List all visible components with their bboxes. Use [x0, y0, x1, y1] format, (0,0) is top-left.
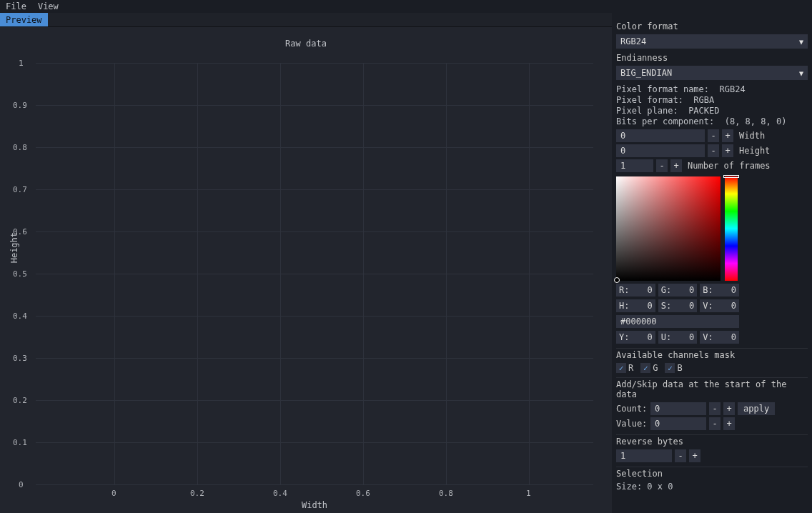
info-pixel-format: Pixel format: RGBA: [616, 95, 808, 106]
xtick-1: 0.2: [190, 489, 204, 498]
width-minus-button[interactable]: -: [708, 129, 719, 142]
count-input[interactable]: 0: [650, 402, 706, 415]
hue-bar[interactable]: [725, 176, 738, 281]
width-label: Width: [739, 131, 765, 141]
ytick-10: 1: [19, 59, 24, 68]
plot[interactable]: 0 0.1 0.2 0.3 0.4 0.5 0.6 0.7 0.8 0.9 1 …: [36, 63, 593, 484]
apply-button[interactable]: apply: [738, 402, 775, 415]
xtick-2: 0.4: [273, 489, 287, 498]
endianness-label: Endianness: [616, 53, 808, 63]
main-content: Preview Raw data: [0, 13, 812, 513]
saturation-value-box[interactable]: [616, 176, 721, 281]
xtick-5: 1: [526, 489, 531, 498]
channels-mask-label: Available channels mask: [616, 350, 808, 360]
color-format-value: RGB24: [620, 36, 646, 46]
height-input[interactable]: 0: [616, 144, 705, 157]
info-bits-per-component: Bits per component: (8, 8, 8, 0): [616, 116, 808, 127]
rgb-r-cell[interactable]: R:0: [616, 284, 655, 297]
ytick-4: 0.4: [13, 312, 27, 321]
channel-g-checkbox[interactable]: ✓G: [640, 363, 658, 373]
yuv-v-cell[interactable]: V:0: [700, 331, 739, 344]
width-plus-button[interactable]: +: [722, 129, 733, 142]
yuv-y-cell[interactable]: Y:0: [616, 331, 655, 344]
ytick-8: 0.8: [13, 143, 27, 152]
height-label: Height: [739, 146, 770, 156]
frames-label: Number of frames: [688, 161, 771, 171]
check-icon: ✓: [665, 363, 675, 373]
rgb-b-cell[interactable]: B:0: [700, 284, 739, 297]
color-picker: [616, 176, 808, 281]
channel-b-checkbox[interactable]: ✓B: [665, 363, 682, 373]
yuv-u-cell[interactable]: U:0: [658, 331, 698, 344]
menu-view[interactable]: View: [38, 1, 59, 11]
width-input[interactable]: 0: [616, 129, 705, 142]
value-input[interactable]: 0: [650, 417, 706, 430]
color-format-label: Color format: [616, 21, 808, 31]
selection-label: Selection: [616, 469, 808, 479]
height-plus-button[interactable]: +: [722, 144, 733, 157]
reverse-bytes-label: Reverse bytes: [616, 437, 808, 447]
count-minus-button[interactable]: -: [709, 402, 721, 415]
check-icon: ✓: [640, 363, 650, 373]
rgb-g-cell[interactable]: G:0: [658, 284, 698, 297]
count-plus-button[interactable]: +: [723, 402, 735, 415]
hsv-h-cell[interactable]: H:0: [616, 299, 655, 312]
tab-preview[interactable]: Preview: [0, 13, 48, 26]
ytick-7: 0.7: [13, 185, 27, 194]
sv-cursor: [614, 277, 620, 283]
ytick-9: 0.9: [13, 101, 27, 110]
menu-bar: File View: [0, 0, 812, 13]
selection-size: Size: 0 x 0: [616, 482, 808, 492]
properties-panel: Color format RGB24 ▼ Endianness BIG_ENDI…: [612, 13, 812, 513]
reverse-input[interactable]: 1: [616, 449, 672, 462]
value-plus-button[interactable]: +: [723, 417, 735, 430]
endianness-value: BIG_ENDIAN: [620, 68, 672, 78]
ytick-1: 0.1: [13, 438, 27, 447]
ytick-2: 0.2: [13, 396, 27, 405]
hsv-s-cell[interactable]: S:0: [658, 299, 698, 312]
xtick-3: 0.6: [356, 489, 370, 498]
addskip-label: Add/Skip data at the start of the data: [616, 379, 808, 399]
value-minus-button[interactable]: -: [709, 417, 721, 430]
height-minus-button[interactable]: -: [708, 144, 719, 157]
hex-input[interactable]: #000000: [616, 315, 739, 328]
value-label: Value:: [616, 419, 648, 429]
y-axis-label: Height: [9, 232, 19, 263]
xtick-4: 0.8: [439, 489, 453, 498]
ytick-5: 0.5: [13, 269, 27, 279]
chevron-down-icon: ▼: [799, 38, 803, 46]
menu-file[interactable]: File: [6, 1, 26, 11]
chart-title: Raw data: [0, 39, 612, 49]
channel-r-checkbox[interactable]: ✓R: [616, 363, 633, 373]
ytick-0: 0: [19, 480, 24, 489]
hsv-v-cell[interactable]: V:0: [700, 299, 739, 312]
count-label: Count:: [616, 404, 648, 414]
color-format-select[interactable]: RGB24 ▼: [616, 34, 808, 49]
x-axis-label: Width: [302, 500, 327, 510]
chevron-down-icon: ▼: [799, 69, 803, 77]
tab-bar: Preview: [0, 13, 612, 27]
frames-input[interactable]: 1: [616, 159, 653, 172]
info-pixel-plane: Pixel plane: PACKED: [616, 106, 808, 116]
frames-plus-button[interactable]: +: [670, 159, 682, 172]
frames-minus-button[interactable]: -: [656, 159, 668, 172]
chart-area: Raw data: [0, 27, 612, 513]
preview-pane: Preview Raw data: [0, 13, 612, 513]
hue-cursor: [723, 175, 739, 178]
reverse-minus-button[interactable]: -: [675, 449, 686, 462]
reverse-plus-button[interactable]: +: [689, 449, 700, 462]
ytick-3: 0.3: [13, 354, 27, 363]
check-icon: ✓: [616, 363, 626, 373]
endianness-select[interactable]: BIG_ENDIAN ▼: [616, 66, 808, 80]
info-pixel-format-name: Pixel format name: RGB24: [616, 84, 808, 95]
xtick-0: 0: [112, 489, 117, 498]
